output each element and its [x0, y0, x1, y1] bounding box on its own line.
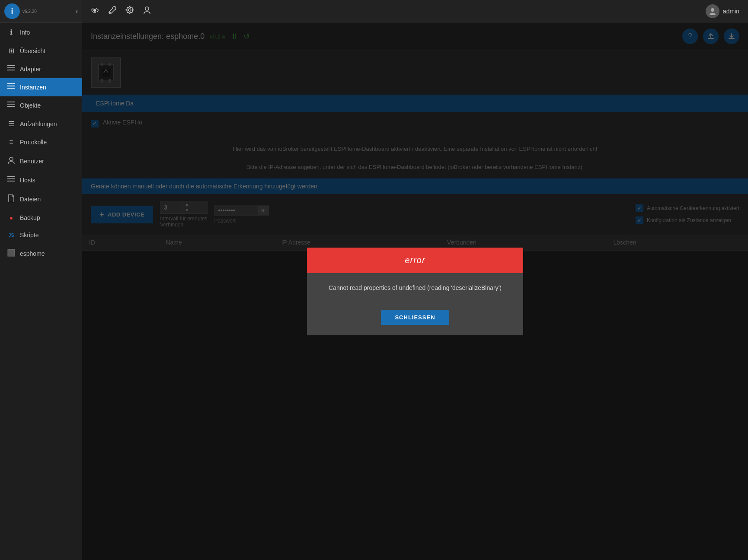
- eye-icon[interactable]: 👁: [91, 6, 99, 16]
- sidebar-label-uebersicht: Übersicht: [20, 48, 45, 54]
- svg-point-14: [109, 12, 111, 13]
- username-label: admin: [723, 8, 739, 15]
- sidebar-label-aufzaehlungen: Aufzählungen: [20, 121, 57, 127]
- sidebar-label-adapter: Adapter: [20, 66, 41, 73]
- uebersicht-icon: ⊞: [7, 47, 16, 55]
- sidebar-item-skripte[interactable]: JS Skripte: [0, 226, 82, 244]
- adapter-icon: [7, 65, 16, 73]
- svg-rect-13: [8, 249, 15, 256]
- modal-overlay[interactable]: error Cannot read properties of undefine…: [82, 22, 748, 560]
- collapse-sidebar-button[interactable]: ‹: [76, 7, 78, 15]
- sidebar-nav: ℹ Info ⊞ Übersicht Adapter Instanzen: [0, 23, 82, 560]
- svg-rect-10: [7, 176, 15, 177]
- main-content: 👁 admin Instanzeinstellungen: esphome.0 …: [82, 0, 748, 560]
- sidebar-item-objekte[interactable]: Objekte: [0, 96, 82, 115]
- svg-rect-11: [7, 178, 15, 179]
- svg-rect-0: [7, 65, 15, 66]
- error-modal: error Cannot read properties of undefine…: [307, 248, 523, 335]
- sidebar-label-esphome: esphome: [20, 250, 45, 257]
- skripte-icon: JS: [7, 232, 16, 238]
- close-modal-button[interactable]: SCHLIESSEN: [381, 310, 449, 325]
- sidebar-label-backup: Backup: [20, 214, 40, 221]
- content-area: Instanzeinstellungen: esphome.0 v0.2.4 ⏸…: [82, 22, 748, 560]
- sidebar-item-esphome[interactable]: esphome: [0, 244, 82, 264]
- instanzen-icon: [7, 83, 16, 91]
- svg-point-15: [128, 9, 131, 11]
- svg-rect-4: [7, 86, 15, 86]
- benutzer-icon: [7, 156, 16, 166]
- sidebar-item-instanzen[interactable]: Instanzen: [0, 78, 82, 96]
- esphome-icon: [7, 249, 16, 258]
- sidebar-label-info: Info: [20, 29, 30, 36]
- sidebar-label-dateien: Dateien: [20, 196, 41, 203]
- svg-rect-5: [7, 88, 15, 89]
- settings-icon[interactable]: [125, 6, 134, 16]
- modal-footer: SCHLIESSEN: [307, 303, 523, 335]
- app-version: v6.2.20: [22, 9, 76, 14]
- sidebar-label-skripte: Skripte: [20, 232, 39, 239]
- svg-rect-8: [7, 106, 15, 107]
- sidebar-item-protokolle[interactable]: ≡ Protokolle: [0, 133, 82, 151]
- wrench-icon[interactable]: [108, 6, 117, 16]
- user-avatar: [706, 4, 719, 18]
- hosts-icon: [7, 176, 16, 184]
- objekte-icon: [7, 102, 16, 109]
- aufzaehlungen-icon: ☰: [7, 120, 16, 128]
- sidebar-item-aufzaehlungen[interactable]: ☰ Aufzählungen: [0, 115, 82, 133]
- svg-rect-6: [7, 102, 15, 102]
- sidebar-header: i v6.2.20 ‹: [0, 0, 82, 23]
- svg-point-17: [711, 8, 714, 12]
- svg-rect-12: [7, 181, 15, 181]
- sidebar-label-hosts: Hosts: [20, 177, 35, 184]
- modal-error-bar: error: [307, 248, 523, 273]
- backup-icon: ●: [7, 214, 16, 221]
- modal-error-message: Cannot read properties of undefined (rea…: [329, 284, 502, 291]
- sidebar-item-dateien[interactable]: Dateien: [0, 189, 82, 209]
- sidebar-label-protokolle: Protokolle: [20, 139, 47, 146]
- sidebar-item-benutzer[interactable]: Benutzer: [0, 151, 82, 171]
- sidebar-item-adapter[interactable]: Adapter: [0, 60, 82, 78]
- protokolle-icon: ≡: [7, 138, 16, 146]
- sidebar-label-benutzer: Benutzer: [20, 158, 44, 165]
- svg-rect-2: [7, 70, 15, 70]
- info-icon: ℹ: [7, 28, 16, 36]
- user-icon[interactable]: [143, 6, 151, 16]
- sidebar-item-backup[interactable]: ● Backup: [0, 209, 82, 226]
- topbar-user: admin: [706, 4, 739, 18]
- svg-rect-7: [7, 104, 15, 105]
- svg-point-9: [10, 157, 13, 161]
- svg-rect-1: [7, 67, 15, 68]
- modal-body: Cannot read properties of undefined (rea…: [307, 273, 523, 303]
- sidebar-item-info[interactable]: ℹ Info: [0, 23, 82, 41]
- sidebar-label-objekte: Objekte: [20, 102, 41, 109]
- sidebar-item-uebersicht[interactable]: ⊞ Übersicht: [0, 41, 82, 60]
- dateien-icon: [7, 194, 16, 204]
- svg-rect-3: [7, 83, 15, 84]
- svg-point-16: [145, 7, 149, 10]
- modal-error-title: error: [405, 255, 425, 265]
- app-logo: i: [4, 3, 20, 19]
- sidebar-label-instanzen: Instanzen: [20, 84, 46, 91]
- sidebar-item-hosts[interactable]: Hosts: [0, 171, 82, 189]
- topbar: 👁 admin: [82, 0, 748, 22]
- sidebar: i v6.2.20 ‹ ℹ Info ⊞ Übersicht Adapter I…: [0, 0, 82, 560]
